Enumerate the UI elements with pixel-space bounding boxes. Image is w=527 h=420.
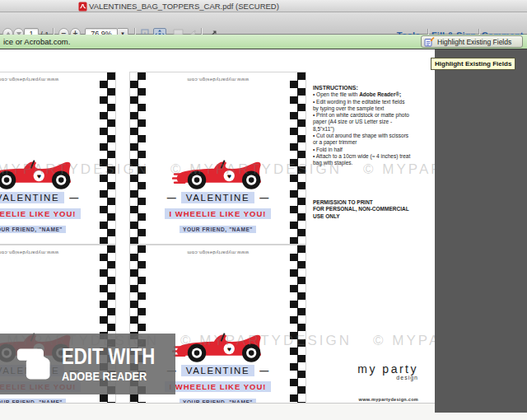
- brand-subname: design: [329, 375, 418, 380]
- card-url-text: www.mypartydesign.com: [130, 250, 305, 255]
- highlight-fields-button[interactable]: Highlight Existing Fields: [421, 35, 523, 48]
- rear-wheel: [52, 170, 70, 189]
- brand-logo: my party design www.mypartydesign.com: [329, 362, 418, 402]
- wheelie-row: I WHEELIE LIKE YOU!: [130, 205, 305, 220]
- card-url-text: www.mypartydesign.com: [130, 77, 305, 82]
- wheelie-form-field[interactable]: I WHEELIE LIKE YOU!: [165, 208, 270, 219]
- notification-message: ice or Acrobat.com.: [3, 35, 70, 49]
- edit-with-overlay: EDIT WITH ADOBE READER: [0, 334, 175, 394]
- adobe-reader-window: VALENTINES_BAG_TOPPERS_CAR.pdf (SECURED)…: [0, 0, 527, 420]
- brand-name: my party: [329, 362, 418, 376]
- friend-name-form-field[interactable]: YOUR FRIEND, "NAME": [180, 226, 256, 233]
- overlay-subtitle: ADOBE READER: [62, 369, 155, 384]
- highlight-fields-label: Highlight Existing Fields: [437, 38, 511, 46]
- brand-site-url: www.mypartydesign.com: [329, 397, 418, 402]
- race-car-illustration: ♥: [172, 332, 264, 363]
- friend-name-form-field[interactable]: YOUR FRIEND, "NAME": [0, 226, 66, 233]
- card-url-text: www.mypartydesign.com: [0, 77, 115, 82]
- permission-note: PERMISSION TO PRINTFOR PERSONAL, NON-COM…: [313, 199, 435, 220]
- friend-row: YOUR FRIEND, "NAME": [130, 220, 305, 235]
- wheelie-row: I WHEELIE LIKE YOU!: [0, 205, 115, 220]
- heart-icon: ♥: [227, 345, 231, 353]
- document-background: [435, 49, 527, 413]
- friend-row: YOUR FRIEND, "NAME": [0, 220, 115, 235]
- race-car-illustration: ♥: [0, 159, 74, 190]
- form-notification-bar: ice or Acrobat.com. Highlight Existing F…: [0, 35, 527, 49]
- document-area: © MYPARTYDESIGN© MYPARTYDESIGN© MYPARTYD…: [0, 49, 527, 420]
- instructions-line: • Open the file with Adobe Reader®;: [313, 91, 435, 98]
- rear-wheel: [242, 170, 260, 189]
- wheelie-form-field[interactable]: I WHEELIE LIKE YOU!: [165, 381, 270, 392]
- instructions-block: INSTRUCTIONS: • Open the file with Adobe…: [313, 85, 435, 167]
- tag-icon: [16, 341, 57, 387]
- bag-topper-card: www.mypartydesign.com: [0, 72, 116, 245]
- friend-name-form-field[interactable]: YOUR FRIEND, "NAME": [0, 399, 66, 404]
- heart-icon: ♥: [37, 172, 41, 180]
- instructions-lines: • Edit wording in the editable text fiel…: [313, 99, 435, 167]
- document-title: VALENTINES_BAG_TOPPERS_CAR.pdf (SECURED): [89, 0, 279, 12]
- valentine-form-field[interactable]: VALENTINE: [181, 192, 254, 203]
- instructions-heading: INSTRUCTIONS:: [313, 85, 435, 91]
- main-toolbar: 1 / 1 − + 76.9% ▼ Tools: [0, 12, 527, 35]
- window-titlebar: VALENTINES_BAG_TOPPERS_CAR.pdf (SECURED): [0, 0, 527, 12]
- overlay-title: EDIT WITH: [62, 344, 155, 369]
- wheelie-form-field[interactable]: I WHEELIE LIKE YOU!: [0, 208, 81, 219]
- bag-topper-card: www.mypartydesign.com: [129, 72, 306, 245]
- valentine-row: — VALENTINE —: [0, 192, 115, 203]
- heart-icon: ♥: [227, 172, 231, 180]
- card-url-text: www.mypartydesign.com: [0, 250, 115, 255]
- front-wheel: [188, 170, 206, 189]
- form-field-icon: [424, 37, 435, 47]
- valentine-row: — VALENTINE —: [130, 192, 305, 203]
- highlight-fields-tooltip: Highlight Existing Fields: [431, 58, 515, 70]
- valentine-form-field[interactable]: VALENTINE: [0, 192, 64, 203]
- friend-name-form-field[interactable]: YOUR FRIEND, "NAME": [180, 399, 256, 404]
- rear-wheel: [242, 343, 260, 362]
- front-wheel: [188, 343, 206, 362]
- valentine-form-field[interactable]: VALENTINE: [181, 365, 254, 376]
- race-car-illustration: ♥: [172, 159, 264, 190]
- pdf-file-icon: [78, 2, 87, 12]
